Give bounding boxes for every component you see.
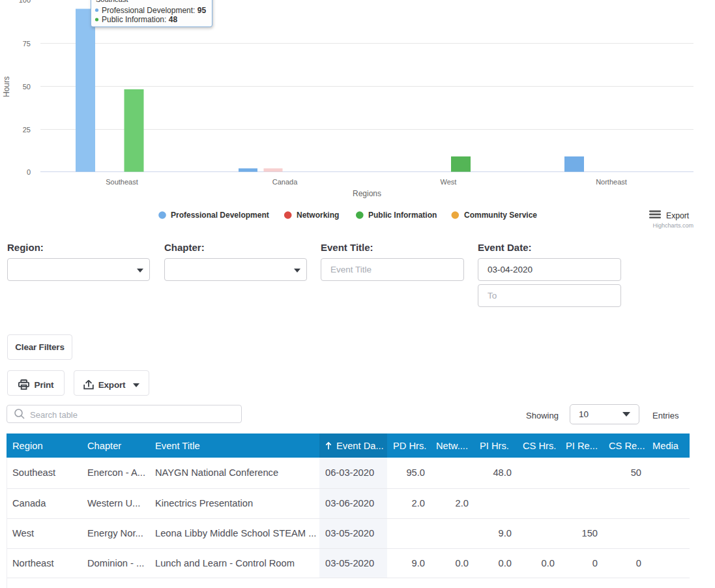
svg-text:Networking: Networking bbox=[297, 211, 339, 220]
svg-text:Hours: Hours bbox=[2, 76, 11, 97]
svg-text:Public Information: Public Information bbox=[368, 211, 437, 220]
svg-text:Regions: Regions bbox=[353, 189, 381, 198]
svg-text:West: West bbox=[441, 178, 457, 186]
svg-text:Community Service: Community Service bbox=[464, 211, 537, 220]
svg-text:Highcharts.com: Highcharts.com bbox=[652, 222, 693, 229]
svg-text:Professional Development: 95: Professional Development: 95 bbox=[102, 6, 206, 15]
svg-text:75: 75 bbox=[23, 40, 31, 48]
svg-text:Professional Development: Professional Development bbox=[171, 211, 269, 220]
svg-text:Canada: Canada bbox=[272, 178, 298, 186]
svg-text:Southeast: Southeast bbox=[106, 178, 138, 186]
svg-text:25: 25 bbox=[23, 126, 31, 134]
svg-text:100: 100 bbox=[19, 0, 31, 4]
svg-text:50: 50 bbox=[23, 83, 31, 91]
svg-text:Southeast: Southeast bbox=[96, 0, 128, 3]
svg-text:Public Information: 48: Public Information: 48 bbox=[102, 15, 177, 24]
svg-text:0: 0 bbox=[27, 168, 31, 176]
svg-text:Northeast: Northeast bbox=[596, 178, 627, 186]
svg-text:Export: Export bbox=[666, 211, 690, 220]
